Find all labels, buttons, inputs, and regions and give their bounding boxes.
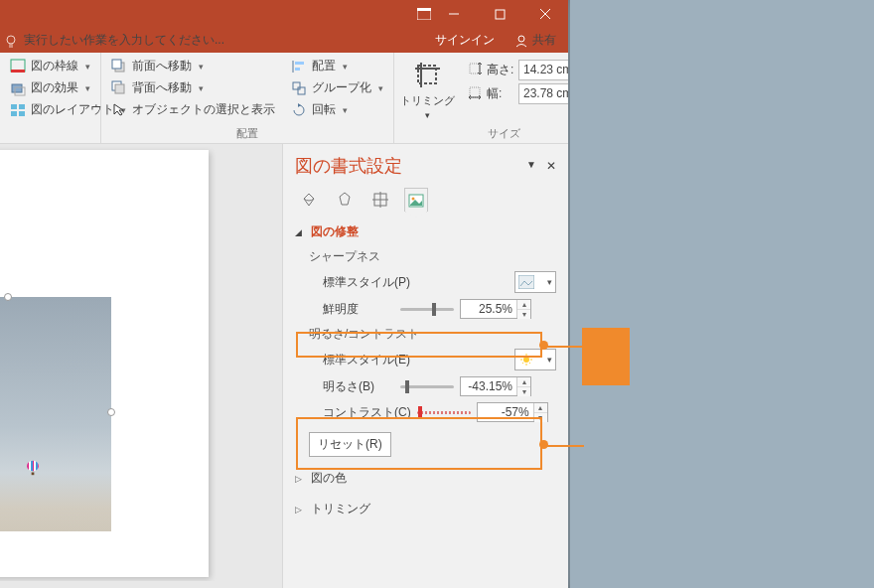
balloon-illustration xyxy=(27,461,39,475)
tab-effects[interactable] xyxy=(333,188,357,212)
slide-canvas[interactable] xyxy=(0,144,278,581)
input-value: 25.5% xyxy=(465,302,516,316)
ribbon-menu: 実行したい作業を入力してください... サインイン 共有 xyxy=(0,28,568,53)
presets-p-label: 標準スタイル(P) xyxy=(323,274,410,291)
input-value: 14.23 cm xyxy=(523,63,572,76)
group-picture-styles: 図の枠線▾ 図の効果▾ 図のレイアウト▾ xyxy=(0,53,101,143)
tab-picture[interactable] xyxy=(404,188,428,212)
selection-pane-button[interactable]: オブジェクトの選択と表示 xyxy=(109,100,277,119)
maximize-button[interactable] xyxy=(477,0,522,28)
group-arrange: 前面へ移動▾ 背面へ移動▾ オブジェクトの選択と表示 配置▾ グループ化▾ 回転… xyxy=(101,53,394,143)
sharpness-subheader: シャープネス xyxy=(309,244,556,268)
height-label: 高さ: xyxy=(487,62,514,78)
rotate-icon xyxy=(291,102,307,118)
rotate-button[interactable]: 回転▾ xyxy=(289,100,385,119)
pane-close-button[interactable]: ✕ xyxy=(546,159,556,173)
format-picture-pane: 図の書式設定 ▼ ✕ ◢ 図の修整 シャープネス xyxy=(282,144,568,588)
svg-rect-30 xyxy=(470,64,480,74)
section-color-header[interactable]: ▷ 図の色 xyxy=(295,466,556,491)
selection-handle[interactable] xyxy=(107,408,115,416)
section-corrections-header[interactable]: ◢ 図の修整 xyxy=(295,220,556,244)
ribbon: 図の枠線▾ 図の効果▾ 図のレイアウト▾ 前面へ移動▾ 背面へ移動▾ オブジェク… xyxy=(0,53,568,144)
input-value: -57% xyxy=(482,405,533,419)
contrast-input[interactable]: -57%▴▾ xyxy=(477,402,548,422)
svg-rect-26 xyxy=(298,87,305,94)
selection-handle[interactable] xyxy=(4,293,12,301)
share-button[interactable]: 共有 xyxy=(507,32,564,49)
ribbon-display-options-icon[interactable] xyxy=(417,0,431,28)
group-button[interactable]: グループ化▾ xyxy=(289,78,385,97)
button-label: 背面へ移動 xyxy=(132,79,192,96)
section-title: 図の修整 xyxy=(311,223,359,240)
group-icon xyxy=(291,80,307,96)
svg-rect-14 xyxy=(11,104,17,109)
button-label: グループ化 xyxy=(312,79,371,96)
svg-line-45 xyxy=(522,356,523,357)
signin-button[interactable]: サインイン xyxy=(423,32,507,49)
svg-rect-11 xyxy=(11,70,25,73)
svg-rect-32 xyxy=(470,87,480,97)
svg-point-40 xyxy=(523,357,529,363)
leader-box xyxy=(582,328,630,385)
section-title: 図の色 xyxy=(311,470,347,487)
expand-triangle-icon: ▷ xyxy=(295,474,305,484)
input-value: -43.15% xyxy=(465,379,516,393)
sharpness-input[interactable]: 25.5%▴▾ xyxy=(460,299,531,319)
tab-size-properties[interactable] xyxy=(368,188,392,212)
brightness-contrast-subheader: 明るさ/コントラスト xyxy=(309,322,556,346)
brightness-row: 明るさ(B) -43.15%▴▾ xyxy=(309,373,556,399)
sharpness-presets-button[interactable]: ▾ xyxy=(514,271,556,293)
height-icon xyxy=(467,61,483,79)
lightbulb-icon xyxy=(4,34,18,48)
selected-picture[interactable] xyxy=(0,297,111,531)
svg-rect-3 xyxy=(496,10,505,19)
sun-icon xyxy=(518,353,534,367)
button-label: 回転 xyxy=(312,101,336,118)
tab-fill-line[interactable] xyxy=(297,188,321,212)
crop-button[interactable]: トリミング ▾ xyxy=(400,57,455,120)
minimize-button[interactable] xyxy=(431,0,477,28)
tell-me-input[interactable]: 実行したい作業を入力してください... xyxy=(4,32,224,49)
reset-button[interactable]: リセット(R) xyxy=(309,432,391,457)
button-label: 配置 xyxy=(312,58,336,74)
width-label: 幅: xyxy=(487,85,514,102)
contrast-slider[interactable] xyxy=(417,411,471,414)
align-icon xyxy=(291,59,307,74)
button-label: 前面へ移動 xyxy=(132,58,192,74)
titlebar xyxy=(0,0,568,28)
presets-e-label: 標準スタイル(E) xyxy=(323,352,410,368)
brightness-input[interactable]: -43.15%▴▾ xyxy=(460,376,531,396)
button-label: オブジェクトの選択と表示 xyxy=(132,101,275,118)
expand-triangle-icon: ◢ xyxy=(295,227,305,237)
section-crop-header[interactable]: ▷ トリミング xyxy=(295,497,556,521)
bring-forward-button[interactable]: 前面へ移動▾ xyxy=(109,57,277,75)
picture-border-button[interactable]: 図の枠線▾ xyxy=(8,57,92,75)
send-backward-button[interactable]: 背面へ移動▾ xyxy=(109,78,277,97)
sharpness-slider[interactable] xyxy=(400,308,454,311)
effects-icon xyxy=(10,80,26,96)
section-title: トリミング xyxy=(311,501,370,517)
share-person-icon xyxy=(514,34,528,48)
input-value: 23.78 cm xyxy=(523,86,572,100)
svg-line-46 xyxy=(529,363,530,364)
picture-layout-button[interactable]: 図のレイアウト▾ xyxy=(8,100,92,119)
crop-icon xyxy=(412,60,444,91)
button-label: トリミング xyxy=(400,93,455,108)
annotation-background xyxy=(568,0,874,588)
button-label: 図の枠線 xyxy=(31,58,78,74)
slide-page xyxy=(0,150,209,577)
sharpness-row: 鮮明度 25.5%▴▾ xyxy=(309,296,556,322)
brightness-slider[interactable] xyxy=(400,385,454,388)
svg-rect-17 xyxy=(19,111,25,116)
picture-effects-button[interactable]: 図の効果▾ xyxy=(8,78,92,97)
brightness-presets-button[interactable]: ▾ xyxy=(514,349,556,370)
pane-options-button[interactable]: ▼ xyxy=(526,159,536,173)
align-button[interactable]: 配置▾ xyxy=(289,57,385,75)
width-icon xyxy=(467,84,483,103)
brightness-label: 明るさ(B) xyxy=(323,378,394,395)
selection-pane-icon xyxy=(111,102,127,118)
svg-rect-16 xyxy=(11,111,17,116)
group-label xyxy=(8,137,92,143)
close-button[interactable] xyxy=(522,0,568,28)
svg-rect-24 xyxy=(295,68,300,71)
